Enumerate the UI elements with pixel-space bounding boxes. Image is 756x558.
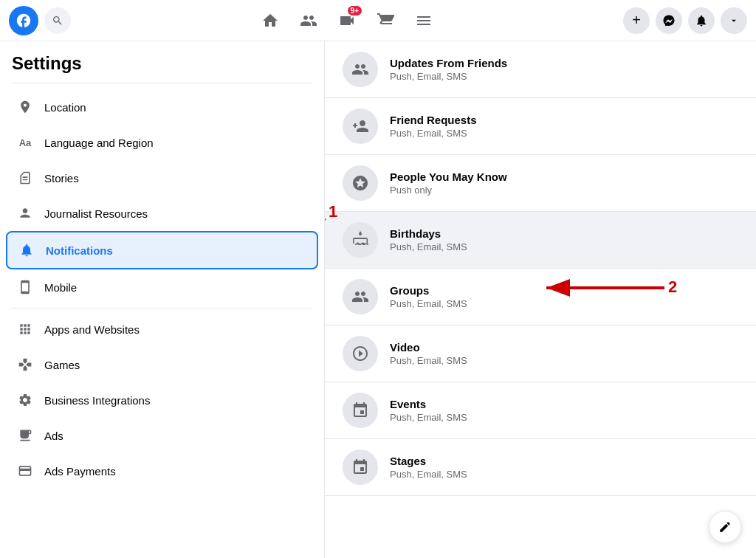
settings-sidebar: Settings Location Aa Language and Region… xyxy=(0,41,325,558)
edit-float-button[interactable] xyxy=(709,511,741,543)
people-you-may-know-icon xyxy=(343,165,378,201)
stages-text: Stages Push, Email, SMS xyxy=(390,455,467,480)
friends-nav-button[interactable] xyxy=(291,3,326,38)
friend-requests-title: Friend Requests xyxy=(390,114,477,126)
video-subtitle: Push, Email, SMS xyxy=(390,355,467,366)
people-you-may-know-text: People You May Know Push only xyxy=(390,170,507,196)
video-nav-button[interactable]: 9+ xyxy=(329,3,365,38)
business-icon xyxy=(15,390,35,410)
journalist-label: Journalist Resources xyxy=(44,207,148,220)
facebook-logo[interactable] xyxy=(9,6,38,35)
groups-row[interactable]: Groups Push, Email, SMS xyxy=(325,269,756,326)
video-notif-icon xyxy=(343,336,378,371)
header-nav: 9+ xyxy=(77,3,617,38)
sidebar-item-apps[interactable]: Apps and Websites xyxy=(6,311,318,347)
people-subtitle: Push only xyxy=(390,185,507,196)
marketplace-nav-button[interactable] xyxy=(368,3,403,38)
updates-subtitle: Push, Email, SMS xyxy=(390,71,507,82)
updates-from-friends-text: Updates From Friends Push, Email, SMS xyxy=(390,57,507,82)
header: 9+ + xyxy=(0,0,756,41)
sidebar-title: Settings xyxy=(6,53,318,80)
apps-label: Apps and Websites xyxy=(44,323,140,336)
games-label: Games xyxy=(44,359,80,371)
account-button[interactable] xyxy=(721,7,747,34)
sidebar-item-ads-payments[interactable]: Ads Payments xyxy=(6,453,318,489)
sidebar-item-games[interactable]: Games xyxy=(6,347,318,382)
business-label: Business Integrations xyxy=(44,394,150,407)
birthdays-icon xyxy=(343,222,378,258)
sidebar-item-journalist[interactable]: Journalist Resources xyxy=(6,196,318,231)
stages-subtitle: Push, Email, SMS xyxy=(390,469,467,480)
sidebar-divider-top xyxy=(12,83,312,83)
events-row[interactable]: Events Push, Email, SMS xyxy=(325,382,756,439)
birthdays-text: Birthdays Push, Email, SMS xyxy=(390,227,467,252)
events-text: Events Push, Email, SMS xyxy=(390,398,467,423)
events-icon xyxy=(343,393,378,428)
notifications-label: Notifications xyxy=(46,244,113,257)
birthdays-title: Birthdays xyxy=(390,227,467,240)
games-icon xyxy=(15,354,35,375)
sidebar-item-language[interactable]: Aa Language and Region xyxy=(6,125,318,160)
ads-payments-label: Ads Payments xyxy=(44,465,116,478)
location-icon xyxy=(15,97,35,117)
events-subtitle: Push, Email, SMS xyxy=(390,412,467,423)
birthdays-row[interactable]: Birthdays Push, Email, SMS xyxy=(325,212,756,269)
notifications-sidebar-icon xyxy=(16,240,37,261)
video-text: Video Push, Email, SMS xyxy=(390,341,467,366)
video-row[interactable]: Video Push, Email, SMS xyxy=(325,326,756,382)
sidebar-divider-mid xyxy=(12,308,312,309)
sidebar-item-mobile[interactable]: Mobile xyxy=(6,269,318,305)
video-badge: 9+ xyxy=(348,6,362,16)
stages-title: Stages xyxy=(390,455,467,467)
sidebar-item-notifications[interactable]: Notifications xyxy=(6,231,318,269)
groups-title: Groups xyxy=(390,284,467,297)
sidebar-item-ads[interactable]: Ads xyxy=(6,418,318,453)
birthdays-subtitle: Push, Email, SMS xyxy=(390,241,467,252)
groups-subtitle: Push, Email, SMS xyxy=(390,298,467,309)
journalist-icon xyxy=(15,203,35,224)
language-label: Language and Region xyxy=(44,137,154,149)
friend-requests-subtitle: Push, Email, SMS xyxy=(390,128,477,139)
stages-row[interactable]: Stages Push, Email, SMS xyxy=(325,439,756,496)
friend-requests-icon xyxy=(343,108,378,144)
updates-title: Updates From Friends xyxy=(390,57,507,69)
friend-requests-row[interactable]: Friend Requests Push, Email, SMS xyxy=(325,98,756,155)
updates-from-friends-row[interactable]: Updates From Friends Push, Email, SMS xyxy=(325,41,756,98)
groups-text: Groups Push, Email, SMS xyxy=(390,284,467,309)
stories-label: Stories xyxy=(44,172,79,185)
search-button[interactable] xyxy=(44,7,71,34)
mobile-label: Mobile xyxy=(44,281,77,294)
ads-label: Ads xyxy=(44,430,63,442)
sidebar-item-location[interactable]: Location xyxy=(6,89,318,125)
main-layout: Settings Location Aa Language and Region… xyxy=(0,41,756,558)
location-label: Location xyxy=(44,101,86,114)
ads-icon xyxy=(15,425,35,446)
create-button[interactable]: + xyxy=(623,7,650,34)
sidebar-item-stories[interactable]: Stories xyxy=(6,160,318,196)
stages-icon xyxy=(343,450,378,485)
friend-requests-text: Friend Requests Push, Email, SMS xyxy=(390,114,477,139)
ads-payments-icon xyxy=(15,461,35,481)
menu-nav-button[interactable] xyxy=(406,3,441,38)
sidebar-item-business[interactable]: Business Integrations xyxy=(6,382,318,418)
apps-icon xyxy=(15,319,35,340)
header-actions: + xyxy=(623,7,747,34)
notifications-button[interactable] xyxy=(688,7,715,34)
events-title: Events xyxy=(390,398,467,410)
mobile-icon xyxy=(15,277,35,297)
updates-from-friends-icon xyxy=(343,52,378,87)
groups-icon xyxy=(343,279,378,314)
people-title: People You May Know xyxy=(390,170,507,183)
language-icon: Aa xyxy=(15,132,35,153)
people-you-may-know-row[interactable]: People You May Know Push only xyxy=(325,155,756,212)
video-title: Video xyxy=(390,341,467,354)
messenger-button[interactable] xyxy=(656,7,682,34)
notifications-content: Updates From Friends Push, Email, SMS Fr… xyxy=(325,41,756,558)
stories-icon xyxy=(15,168,35,188)
home-nav-button[interactable] xyxy=(252,3,288,38)
